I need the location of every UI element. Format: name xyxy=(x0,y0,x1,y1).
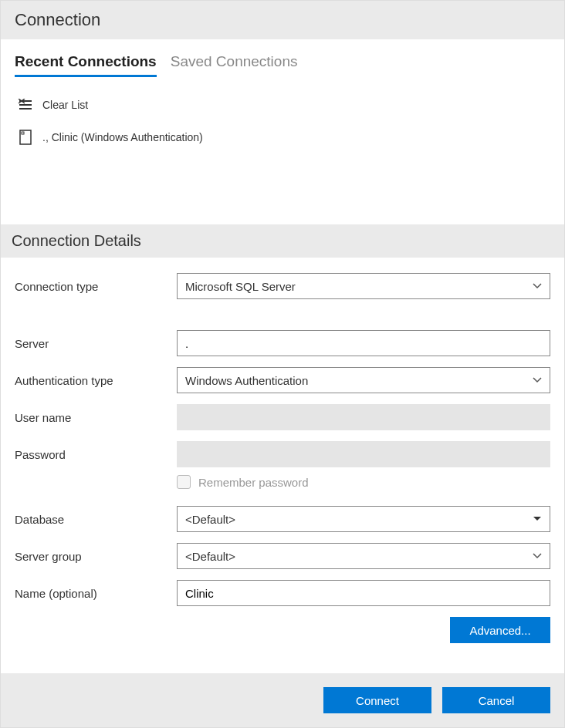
chevron-down-icon xyxy=(533,377,542,383)
auth-type-value: Windows Authentication xyxy=(185,374,308,387)
recent-connection-item[interactable]: ., Clinic (Windows Authentication) xyxy=(15,125,550,150)
footer: Connect Cancel xyxy=(1,673,564,727)
password-input xyxy=(177,441,550,467)
cancel-button[interactable]: Cancel xyxy=(442,687,550,713)
name-input[interactable] xyxy=(177,580,550,606)
tab-recent-connections[interactable]: Recent Connections xyxy=(15,53,157,77)
recent-connection-label: ., Clinic (Windows Authentication) xyxy=(42,131,203,143)
svg-rect-6 xyxy=(22,132,24,134)
name-label: Name (optional) xyxy=(15,587,177,600)
connection-type-value: Microsoft SQL Server xyxy=(185,280,296,293)
server-group-label: Server group xyxy=(15,550,177,563)
clear-list-button[interactable]: Clear List xyxy=(15,93,550,117)
remember-password-label: Remember password xyxy=(198,476,309,489)
auth-type-select[interactable]: Windows Authentication xyxy=(177,367,550,393)
remember-password-checkbox xyxy=(177,475,191,489)
password-label: Password xyxy=(15,448,177,461)
recent-connections-section: Recent Connections Saved Connections Cle… xyxy=(1,39,564,224)
clear-list-icon xyxy=(18,97,33,113)
auth-type-label: Authentication type xyxy=(15,374,177,387)
username-input xyxy=(177,404,550,430)
server-group-value: <Default> xyxy=(185,550,235,563)
connection-type-select[interactable]: Microsoft SQL Server xyxy=(177,273,550,299)
chevron-down-icon xyxy=(533,553,542,559)
database-label: Database xyxy=(15,513,177,526)
database-value: <Default> xyxy=(185,513,235,526)
database-select[interactable]: <Default> xyxy=(177,506,550,532)
server-group-select[interactable]: <Default> xyxy=(177,543,550,569)
server-input[interactable] xyxy=(177,330,550,356)
connection-type-label: Connection type xyxy=(15,280,177,293)
caret-down-icon xyxy=(533,516,542,522)
tab-saved-connections[interactable]: Saved Connections xyxy=(171,53,298,75)
server-label: Server xyxy=(15,337,177,350)
connect-button[interactable]: Connect xyxy=(323,687,431,713)
connection-form: Connection type Microsoft SQL Server Ser… xyxy=(1,258,564,673)
username-label: User name xyxy=(15,411,177,424)
details-header: Connection Details xyxy=(1,224,564,258)
tabs: Recent Connections Saved Connections xyxy=(15,53,550,77)
panel-title: Connection xyxy=(1,1,564,39)
clear-list-label: Clear List xyxy=(42,99,88,111)
advanced-button[interactable]: Advanced... xyxy=(450,617,550,643)
server-icon xyxy=(18,130,33,145)
chevron-down-icon xyxy=(533,283,542,289)
